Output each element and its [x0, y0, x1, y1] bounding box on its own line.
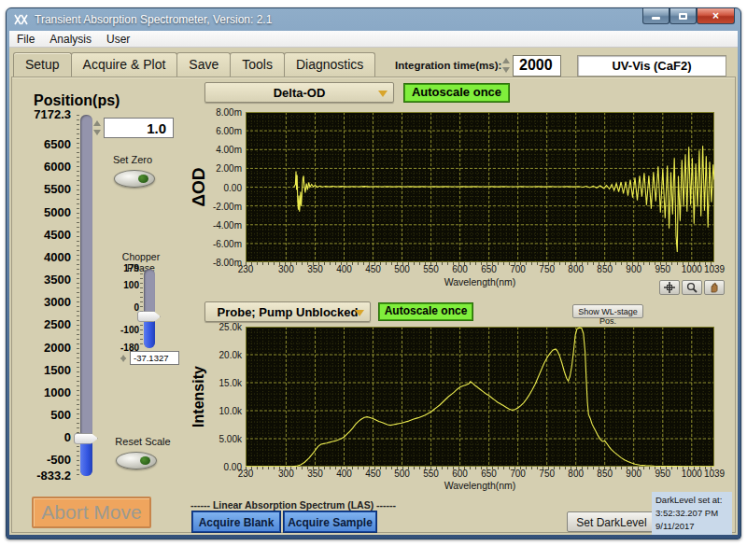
probe-intensity-xtick: 650	[473, 469, 505, 479]
probe-intensity-xtick: 1039	[698, 469, 730, 479]
delta-od-xtick: 850	[589, 264, 621, 274]
set-zero-button[interactable]	[114, 170, 155, 188]
top-autoscale-button[interactable]: Autoscale once	[404, 84, 509, 102]
tab-strip: SetupAcquire & PlotSaveToolsDiagnostics	[13, 52, 374, 77]
delta-od-ytick: -6.00m	[203, 239, 242, 249]
delta-od-xtick: 450	[358, 264, 389, 274]
tab-diagnostics[interactable]: Diagnostics	[284, 52, 375, 77]
position-slider-scale-label: 1000	[26, 385, 71, 399]
position-slider-fill	[80, 439, 92, 476]
top-chart-plot-area[interactable]	[246, 112, 714, 266]
top-chart-selector[interactable]: Delta-OD	[204, 82, 394, 103]
delta-od-xtick: 900	[618, 264, 650, 274]
tab-save[interactable]: Save	[176, 52, 231, 77]
delta-od-xtick: 230	[230, 264, 261, 274]
position-value-input[interactable]: 1.0	[104, 118, 174, 138]
chopper-phase-input[interactable]: -37.1327	[130, 351, 179, 365]
chevron-down-icon	[355, 310, 364, 316]
delta-od-xtick: 700	[502, 264, 534, 274]
led-icon	[138, 175, 148, 183]
chopper-slider-ticks	[140, 269, 143, 348]
screen: Transient Absorption Spectrometer, Versi…	[0, 0, 747, 560]
delta-od-ytick: 8.00m	[203, 107, 242, 118]
spinner-up-icon[interactable]	[93, 120, 101, 126]
delta-od-ytick: 0.00	[203, 183, 242, 193]
chopper-slider-scale-label: 100	[110, 280, 139, 290]
acquire-sample-button[interactable]: Acquire Sample	[284, 511, 376, 532]
hand-icon[interactable]	[704, 280, 725, 295]
chopper-slider-scale-label: 0	[110, 302, 139, 313]
delta-od-xtick: 800	[560, 264, 592, 274]
position-slider-ticks	[77, 115, 79, 476]
position-slider-scale-label: 1500	[26, 363, 71, 377]
position-slider-groove[interactable]	[80, 115, 92, 476]
delta-od-xtick: 300	[270, 264, 302, 274]
bottom-chart-plot-area[interactable]	[246, 327, 714, 470]
menu-user[interactable]: User	[99, 33, 137, 46]
probe-intensity-xtick: 900	[618, 469, 650, 479]
tab-setup[interactable]: Setup	[13, 52, 72, 77]
position-slider-scale-label: 2500	[26, 317, 71, 331]
probe-intensity-ytick: 25.0k	[203, 322, 242, 332]
tab-tools[interactable]: Tools	[230, 52, 285, 77]
chopper-value-spinner[interactable]	[120, 353, 127, 363]
probe-intensity-xtick: 800	[560, 469, 592, 479]
probe-intensity-xtick: 450	[358, 469, 389, 479]
window-title: Transient Absorption Spectrometer, Versi…	[35, 13, 272, 26]
bottom-chart-selector[interactable]: Probe; Pump Unblocked	[204, 301, 371, 322]
detector-select[interactable]: UV-Vis (CaF2)	[577, 55, 726, 77]
zoom-icon[interactable]	[682, 280, 702, 295]
delta-od-xtick: 400	[329, 264, 360, 274]
main-content: SetupAcquire & PlotSaveToolsDiagnostics …	[9, 48, 738, 535]
set-darklevel-button[interactable]: Set DarkLevel	[567, 511, 656, 532]
integration-time-spinner[interactable]	[502, 56, 511, 75]
position-slider-scale-label: 6000	[26, 160, 71, 174]
probe-intensity-xtick: 600	[444, 469, 476, 479]
position-slider-scale-label: 7172.3	[26, 107, 71, 121]
delta-od-xtick: 500	[387, 264, 418, 274]
position-slider-scale-label: 2000	[26, 341, 71, 355]
integration-time-input[interactable]: 2000	[513, 55, 561, 77]
maximize-icon	[679, 13, 687, 20]
delta-od-ytick: -2.00m	[203, 202, 242, 212]
show-wl-stage-button[interactable]: Show WL-stage Pos.	[572, 304, 643, 318]
spinner-down-icon[interactable]	[502, 67, 510, 73]
integration-time-label: Integration time(ms):	[395, 60, 501, 71]
las-section-label: ------ Linear Absorption Spectrum (LAS) …	[190, 499, 396, 511]
delta-od-plot[interactable]	[246, 112, 714, 262]
reset-scale-button[interactable]	[116, 452, 157, 469]
delta-od-xtick: 950	[647, 264, 679, 274]
menu-file[interactable]: File	[9, 33, 42, 46]
bottom-chart-ylabel: Intensity	[190, 327, 209, 467]
probe-intensity-xtick: 550	[416, 469, 447, 479]
led-icon	[140, 456, 150, 465]
position-slider-scale-label: 4500	[26, 228, 71, 242]
minimize-button[interactable]	[642, 8, 669, 24]
spinner-up-icon[interactable]	[502, 58, 510, 63]
probe-intensity-xtick: 350	[300, 469, 331, 479]
position-value-spinner[interactable]	[93, 119, 102, 137]
probe-intensity-plot[interactable]	[246, 327, 714, 467]
delta-od-xtick: 650	[473, 264, 505, 274]
probe-intensity-ytick: 20.0k	[203, 350, 242, 360]
app-window: Transient Absorption Spectrometer, Versi…	[6, 7, 741, 539]
position-slider-scale-label: -500	[26, 453, 71, 467]
probe-intensity-ytick: 15.0k	[203, 378, 242, 388]
crosshair-icon[interactable]	[659, 280, 680, 295]
chevron-down-icon	[378, 91, 388, 97]
delta-od-xtick: 750	[531, 264, 563, 274]
abort-move-button[interactable]: Abort Move	[32, 497, 151, 528]
spinner-down-icon[interactable]	[120, 357, 126, 362]
acquire-blank-button[interactable]: Acquire Blank	[192, 511, 280, 532]
title-bar[interactable]: Transient Absorption Spectrometer, Versi…	[7, 8, 740, 31]
position-slider-scale-label: 500	[26, 408, 71, 422]
tab-acquire-plot[interactable]: Acquire & Plot	[71, 52, 178, 77]
maximize-button[interactable]	[669, 8, 697, 24]
close-button[interactable]: ×	[697, 8, 735, 24]
position-slider-scale-label: 4000	[26, 250, 71, 264]
bottom-autoscale-button[interactable]: Autoscale once	[379, 303, 472, 320]
set-zero-label: Set Zero	[99, 154, 166, 165]
spinner-down-icon[interactable]	[93, 130, 101, 135]
probe-intensity-xtick: 750	[531, 469, 563, 479]
menu-analysis[interactable]: Analysis	[42, 33, 99, 46]
